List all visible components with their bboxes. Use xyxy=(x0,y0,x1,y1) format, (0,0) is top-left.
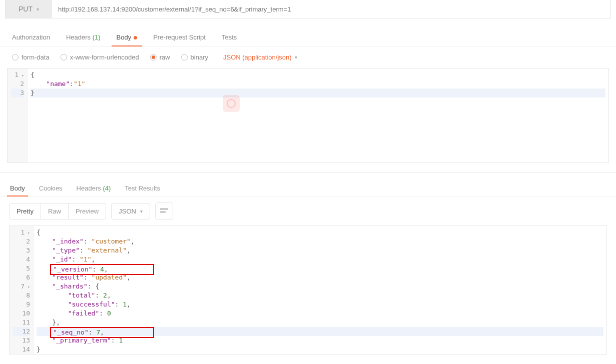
tab-label: Cookies xyxy=(39,184,63,192)
code-token: 0 xyxy=(107,310,111,317)
code-token: "name" xyxy=(46,80,70,88)
code-token: 1 xyxy=(119,336,123,344)
code-token: } xyxy=(37,346,41,353)
code-token: { xyxy=(37,228,41,236)
radio-binary[interactable]: binary xyxy=(181,54,208,61)
wrap-lines-button[interactable] xyxy=(155,202,173,220)
code-token: "_version" xyxy=(53,266,92,273)
view-mode-group: Pretty Raw Preview xyxy=(9,203,106,220)
radio-urlencoded[interactable]: x-www-form-urlencoded xyxy=(61,54,139,61)
content-type-select[interactable]: JSON (application/json) ▾ xyxy=(223,54,297,61)
code-token: "_primary_term" xyxy=(52,336,111,344)
response-toolbar: Pretty Raw Preview JSON ▾ xyxy=(0,196,616,226)
code-token: { xyxy=(31,71,35,78)
headers-count: (4) xyxy=(103,184,111,192)
code-token: 2 xyxy=(103,292,107,299)
code-token: : xyxy=(70,80,74,88)
view-raw[interactable]: Raw xyxy=(41,204,68,219)
method-label: PUT xyxy=(19,5,33,13)
code-area: { "_index": "customer", "_type": "extern… xyxy=(34,226,606,354)
tab-label: Test Results xyxy=(125,184,160,192)
tab-label: Body xyxy=(10,184,25,192)
tab-pre-request[interactable]: Pre-request Script xyxy=(153,28,206,46)
resp-tab-headers[interactable]: Headers (4) xyxy=(77,180,111,196)
code-token: "_index" xyxy=(52,238,84,245)
code-token: "_seq_no" xyxy=(53,328,88,336)
chevron-down-icon: ▾ xyxy=(295,54,297,60)
chevron-down-icon: ▾ xyxy=(140,208,143,214)
body-type-options: form-data x-www-form-urlencoded raw bina… xyxy=(0,46,616,68)
code-token: "_shards" xyxy=(52,282,87,290)
tab-label: Body xyxy=(117,34,132,41)
code-token: "1" xyxy=(74,80,85,88)
tab-headers[interactable]: Headers (1) xyxy=(66,28,101,46)
code-token: "_type" xyxy=(52,246,80,254)
radio-icon xyxy=(181,54,188,60)
view-preview[interactable]: Preview xyxy=(68,204,106,219)
code-token: "1" xyxy=(80,256,91,263)
format-label: JSON xyxy=(119,208,136,215)
code-token: "customer" xyxy=(92,238,131,245)
radio-icon xyxy=(12,54,19,60)
code-token: "external" xyxy=(88,246,127,254)
request-body-editor[interactable]: 123 { "name":"1" } xyxy=(7,68,609,163)
radio-icon xyxy=(150,54,157,60)
view-pretty[interactable]: Pretty xyxy=(10,204,41,219)
code-token: }, xyxy=(52,318,60,326)
tab-label: Headers xyxy=(77,184,101,192)
resp-tab-test-results[interactable]: Test Results xyxy=(125,180,160,196)
line-gutter: 1234567891011121314 xyxy=(10,226,34,354)
request-tabs: Authorization Headers (1) Body Pre-reque… xyxy=(0,24,616,46)
content-type-label: JSON (application/json) xyxy=(223,54,292,61)
btn-label: Preview xyxy=(76,208,99,215)
response-tabs: Body Cookies Headers (4) Test Results xyxy=(0,172,616,196)
request-bar: PUT ▾ xyxy=(5,0,611,18)
chevron-down-icon: ▾ xyxy=(37,6,39,12)
response-format-select[interactable]: JSON ▾ xyxy=(111,203,150,220)
modified-dot-icon xyxy=(134,36,137,40)
resp-tab-cookies[interactable]: Cookies xyxy=(39,180,63,196)
tab-body[interactable]: Body xyxy=(117,28,138,46)
radio-form-data[interactable]: form-data xyxy=(12,54,50,61)
wrap-icon xyxy=(160,208,168,214)
radio-icon xyxy=(61,54,67,60)
code-token: 4 xyxy=(100,266,104,273)
tab-label: Headers xyxy=(66,34,91,41)
watermark-icon xyxy=(223,95,240,112)
code-token: "successful" xyxy=(68,300,115,308)
code-area[interactable]: { "name":"1" } xyxy=(28,68,608,162)
code-token: "_id" xyxy=(52,256,72,263)
response-body-viewer[interactable]: 1234567891011121314 { "_index": "custome… xyxy=(9,226,607,354)
btn-label: Pretty xyxy=(17,208,34,215)
code-token: "result" xyxy=(52,274,84,281)
code-token: "updated" xyxy=(92,274,127,281)
http-method-select[interactable]: PUT ▾ xyxy=(6,0,52,18)
tab-label: Pre-request Script xyxy=(153,34,206,41)
tab-tests[interactable]: Tests xyxy=(222,28,237,46)
resp-tab-body[interactable]: Body xyxy=(10,180,25,196)
radio-label: x-www-form-urlencoded xyxy=(70,54,139,61)
radio-label: binary xyxy=(191,54,208,61)
code-token: } xyxy=(31,89,35,96)
line-gutter: 123 xyxy=(8,68,28,162)
url-input[interactable] xyxy=(52,0,610,18)
code-token: 1 xyxy=(123,300,127,308)
tab-label: Tests xyxy=(222,34,237,41)
radio-label: form-data xyxy=(22,54,50,61)
tab-authorization[interactable]: Authorization xyxy=(12,28,50,46)
headers-count: (1) xyxy=(93,34,101,41)
code-token: "total" xyxy=(68,292,96,299)
btn-label: Raw xyxy=(48,208,61,215)
radio-label: raw xyxy=(160,54,170,61)
tab-label: Authorization xyxy=(12,34,50,41)
radio-raw[interactable]: raw xyxy=(150,54,170,61)
code-token: "failed" xyxy=(68,310,100,317)
